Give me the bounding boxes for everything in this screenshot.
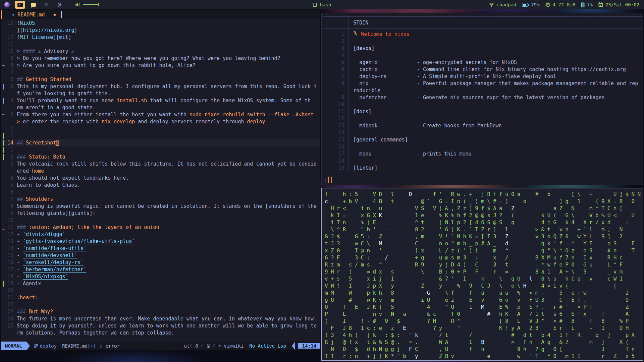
editor-row: 13- `gytis-ivaskevicius/flake-utils-plus… <box>1 238 320 245</box>
line-text <box>17 146 320 154</box>
line-number <box>6 118 17 125</box>
volume-slider[interactable] <box>83 4 99 5</box>
line-number: 12 <box>6 34 17 41</box>
editor-window[interactable]: ▼ README.md ● 13!NixOS](https://nixos.or… <box>1 10 320 350</box>
git-sign <box>1 55 6 62</box>
editor-row: 1 <box>1 132 320 139</box>
pager-terminal-window[interactable]: ────────┬───────────────────────────────… <box>321 13 643 185</box>
editor-buffer[interactable]: 13!NixOS](https://nixos.org)12!MIT Licen… <box>1 19 320 342</box>
git-sign <box>1 125 6 132</box>
editor-row: 23### But Why? <box>1 308 320 315</box>
matrix-row: tJ3 wC\ M C- no"mh_p#A_ d gk'f-^ YE oS E <box>325 240 643 247</box>
line-number <box>6 168 17 175</box>
git-sign: _ <box>1 224 6 231</box>
matrix-row: v+s 5 xij 1 - &7' I k \ qU l 0\s hCq v c… <box>325 275 643 282</box>
pager-row: 13 │ mdbook - Create books from MarkDown <box>323 122 643 129</box>
statusline-filename: README.md[+] <box>62 343 96 349</box>
line-text: - `serokell/deploy-rs` <box>17 259 320 266</box>
line-text: ### But Why? <box>17 308 320 315</box>
pager-content: 1 │ Welcome to nixos 2 │ 3 │ [devos] 4 │… <box>323 31 643 172</box>
battery-module[interactable]: 79% <box>522 2 539 7</box>
git-sign <box>1 41 6 48</box>
pager-row: 11 │ [docs] <box>323 108 643 115</box>
line-text: :heart: <box>17 294 320 301</box>
breadcrumb-context: error <box>106 343 120 349</box>
file-encoding: utf-8 <box>184 343 198 349</box>
git-sign <box>1 118 6 125</box>
editor-row: 4You should not expect landmarks here. <box>1 175 320 182</box>
mentions-launcher[interactable]: @ <box>54 1 64 9</box>
editor-row: 9following giants][giants]: <box>1 210 320 217</box>
line-number: 12 <box>6 231 17 238</box>
memory-module[interactable]: 4.72 GiB <box>545 2 575 7</box>
editor-row: 17- `berberman/nvfetcher` <box>1 266 320 273</box>
line-text: - Agenix <box>17 280 320 287</box>
matrix-row: ( I !-# 9 $ ?H R^ [8 L VJ^ ># 8 f 8 %P <box>325 317 643 324</box>
editor-row: 20 <box>1 287 320 294</box>
line-text: Summoning is powerful magic, and cannot … <box>17 203 320 210</box>
chat-launcher[interactable] <box>28 1 38 9</box>
editor-row: 16- `serokell/deploy-rs` <box>1 259 320 266</box>
git-sign <box>1 245 6 252</box>
line-number: 8 <box>6 62 17 69</box>
clock-module[interactable]: 23/Sat 00:02 <box>598 2 639 7</box>
editor-row: 21:heart: <box>1 294 320 301</box>
line-text: ered home <box>17 168 320 175</box>
git-sign <box>1 308 6 315</box>
line-text <box>17 301 320 308</box>
window-icon <box>313 3 317 7</box>
firefox-launcher[interactable] <box>2 1 12 9</box>
battery-icon <box>522 3 529 7</box>
line-number: 11 <box>6 41 17 48</box>
editor-row: 14- `numtide/flake-utils` <box>1 245 320 252</box>
git-sign <box>1 329 6 337</box>
editor-row: 22 <box>1 301 320 308</box>
editor-row: 2 <box>1 125 320 132</box>
network-module[interactable]: chadpad <box>489 2 516 7</box>
tab-readme[interactable]: ▼ README.md ● <box>1 10 62 19</box>
breadcrumb-separator: ❯ <box>99 343 102 349</box>
line-number: 7 <box>6 196 17 203</box>
line-text: You should not expect landmarks here. <box>17 175 320 182</box>
git-sign <box>1 104 6 111</box>
pager-row: 2 │ <box>323 38 643 45</box>
editor-row: 10 <box>1 217 320 224</box>
settings-launcher[interactable]: ⚙ <box>41 1 51 9</box>
line-number: 1 <box>6 146 17 154</box>
git-sign <box>1 69 6 76</box>
editor-row: 11 <box>1 41 320 48</box>
top-status-bar: >_ ⚙ @ bash chadpad <box>0 0 644 9</box>
git-sign <box>1 280 6 287</box>
line-text: Learn to adopt Chaos. <box>17 182 320 189</box>
line-text: The future is more uncertain than ever. … <box>17 315 320 322</box>
volume-module[interactable] <box>75 2 99 7</box>
memory-used: 4.72 GiB <box>553 2 575 7</box>
editor-row: f you're looking to graft this. <box>1 90 320 97</box>
line-text <box>17 125 320 132</box>
matrix-row: 9Hr ( =dx s \ B:0+P F r = 8a1 A+\ 3 _vm <box>325 268 643 275</box>
pager-prompt[interactable]: : <box>324 177 332 183</box>
cpu-module[interactable]: 7% <box>581 2 593 7</box>
line-text: You'll probably want to run some install… <box>17 97 320 104</box>
random-char-terminal-window[interactable]: ! h:5 VD l D f' Rw.+ jBifu0a # b [\ + U]… <box>321 188 643 361</box>
line-number <box>6 27 17 34</box>
editor-row: 8Summoning is powerful magic, and cannot… <box>1 203 320 210</box>
git-sign <box>1 146 6 154</box>
editor-row: rm solutions. Perhaps together we can st… <box>1 329 320 337</box>
editor-row: 24The future is more uncertain than ever… <box>1 315 320 322</box>
line-text: following giants][giants]: <box>17 210 320 217</box>
tabline-accent-bar <box>1 10 2 19</box>
matrix-row: P L nv N a &c T0 # hK A /1l s6 S'x ! A <box>325 310 643 317</box>
prompt-colon: : <box>324 177 327 183</box>
line-text <box>17 132 320 139</box>
line-text: > Do you remember how you got here? Wher… <box>17 55 320 62</box>
terminal-launcher[interactable]: >_ <box>15 1 25 9</box>
terminal-icon: >_ <box>17 3 23 7</box>
line-number <box>6 104 17 111</box>
editor-row: 7## Shoulders <box>1 196 320 203</box>
pager-row: 12 │ <box>323 115 643 122</box>
git-sign <box>1 315 6 322</box>
line-number: 4 <box>6 175 17 182</box>
git-sign <box>1 27 6 34</box>
line-text: ## Shoulders <box>17 196 320 203</box>
